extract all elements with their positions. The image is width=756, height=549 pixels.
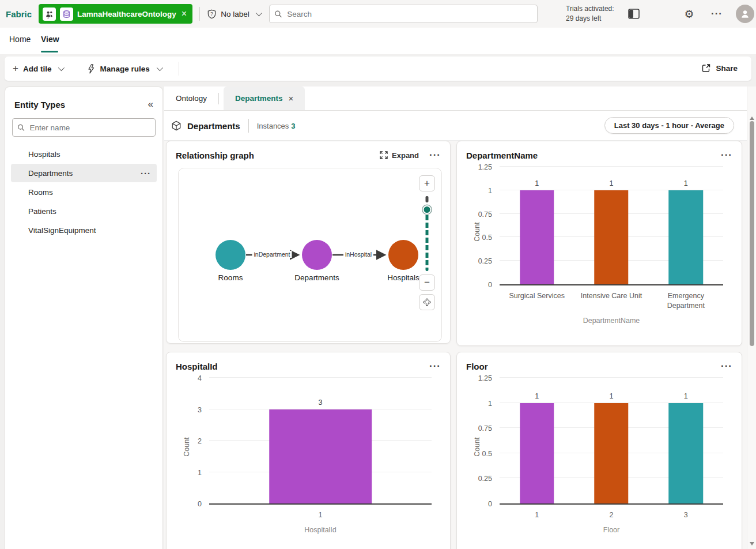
- entity-cube-icon: [171, 121, 182, 131]
- search-icon: [17, 123, 25, 132]
- share-icon: [701, 63, 711, 73]
- card-title: DepartmentName: [466, 151, 538, 160]
- y-tick-label: 1: [488, 187, 492, 195]
- scroll-up-arrow[interactable]: [750, 116, 754, 120]
- gear-icon: ⚙: [684, 7, 694, 21]
- fabric-logo[interactable]: Fabric: [6, 9, 32, 19]
- ribbon-tabs: Home View: [0, 28, 756, 54]
- side-pane-toggle-button[interactable]: [626, 6, 642, 22]
- entity-search-input[interactable]: [30, 123, 150, 132]
- graph-node-hospitals[interactable]: [388, 240, 418, 270]
- sensitivity-label-dropdown[interactable]: ? No label: [207, 9, 260, 19]
- bar-value-label: 1: [684, 392, 688, 400]
- sidebar-item-patients[interactable]: Patients: [11, 202, 157, 220]
- scroll-down-arrow[interactable]: [750, 542, 754, 546]
- bar-column: 1: [649, 378, 723, 503]
- more-options-button[interactable]: ···: [709, 6, 725, 22]
- settings-button[interactable]: ⚙: [681, 6, 697, 22]
- zoom-out-button[interactable]: −: [419, 274, 435, 291]
- y-tick-label: 0.75: [478, 210, 492, 219]
- fit-view-button[interactable]: [419, 294, 435, 310]
- lightning-icon: [87, 64, 95, 74]
- plot-area: 012343: [209, 378, 432, 505]
- bar[interactable]: 1: [669, 403, 703, 503]
- global-search-box[interactable]: [269, 5, 538, 23]
- bar-chart-hospitalid: Count0123431HospitalId: [176, 378, 441, 534]
- manage-rules-button[interactable]: Manage rules: [79, 57, 169, 81]
- share-button[interactable]: Share: [695, 61, 743, 75]
- bar[interactable]: 1: [669, 190, 703, 284]
- y-axis-label: Count: [183, 437, 191, 456]
- graph-node-departments[interactable]: [302, 240, 332, 270]
- ribbon-tab-view[interactable]: View: [41, 35, 59, 44]
- x-axis-label: HospitalId: [209, 526, 432, 534]
- y-tick-label: 0: [488, 500, 492, 508]
- global-search-input[interactable]: [287, 10, 532, 18]
- y-axis-label: Count: [473, 437, 481, 456]
- expand-button[interactable]: Expand: [380, 151, 419, 160]
- ribbon-tab-home[interactable]: Home: [9, 35, 31, 44]
- card-more-options-button[interactable]: ···: [721, 149, 732, 161]
- sidebar-item-vitalsignequipment[interactable]: VitalSignEquipment: [11, 221, 157, 239]
- bar[interactable]: 1: [594, 403, 628, 503]
- chevron-down-icon: [58, 65, 65, 71]
- entity-types-panel: Entity Types « Hospitals Departments ···…: [5, 87, 163, 549]
- entity-types-title: Entity Types: [14, 100, 65, 110]
- y-tick-label: 3: [198, 406, 202, 414]
- card-more-options-button[interactable]: ···: [721, 360, 732, 372]
- node-label: Rooms: [218, 273, 243, 282]
- entity-search-box[interactable]: [12, 118, 156, 137]
- y-tick-label: 0: [198, 500, 202, 508]
- teams-app-icon: 5: [43, 7, 56, 21]
- card-more-options-button[interactable]: ···: [429, 360, 441, 372]
- add-tile-button[interactable]: + Add tile: [5, 57, 71, 81]
- y-tick-label: 0: [488, 281, 492, 289]
- zoom-slider[interactable]: [419, 196, 435, 271]
- collapse-panel-icon[interactable]: «: [148, 99, 153, 110]
- x-tick-label: 2: [574, 510, 648, 520]
- node-label: Hospitals: [387, 273, 419, 282]
- tab-departments[interactable]: Departments ×: [224, 87, 305, 110]
- svg-text:5: 5: [47, 15, 49, 18]
- y-tick-label: 0.25: [478, 257, 492, 265]
- workspace-tab[interactable]: 5 LamnaHealthcareOntology ×: [39, 4, 192, 24]
- tab-close-icon[interactable]: ×: [289, 93, 294, 103]
- sidebar-item-departments[interactable]: Departments ···: [11, 164, 157, 182]
- graph-node-rooms[interactable]: [216, 240, 245, 270]
- bar[interactable]: 1: [594, 190, 628, 284]
- relationship-graph-canvas[interactable]: inDepartment inHospital Rooms Department…: [178, 168, 442, 342]
- sidebar-item-rooms[interactable]: Rooms: [11, 183, 157, 201]
- bar-value-label: 1: [610, 179, 614, 187]
- scrollbar-thumb[interactable]: [750, 121, 754, 346]
- instances-count: Instances3: [257, 122, 296, 130]
- bar-column: 1: [500, 378, 574, 503]
- bar-column: 1: [649, 167, 723, 284]
- account-avatar[interactable]: [736, 5, 754, 23]
- x-tick-label: Surgical Services: [500, 291, 574, 311]
- y-tick-label: 0.75: [478, 424, 492, 433]
- bar[interactable]: 1: [520, 403, 554, 503]
- card-more-options-button[interactable]: ···: [429, 149, 441, 161]
- bar-chart-floor: Count00.250.50.7511.25111123Floor: [466, 378, 732, 534]
- divider: [199, 7, 200, 21]
- workspace-tab-close-icon[interactable]: ×: [182, 9, 187, 18]
- bar-column: 1: [574, 167, 648, 284]
- top-bar: Fabric 5 LamnaHealthcareOntology × ? No …: [0, 0, 756, 28]
- chevron-down-icon: [255, 10, 262, 16]
- zoom-in-button[interactable]: +: [419, 175, 435, 191]
- sidebar-item-hospitals[interactable]: Hospitals: [11, 145, 157, 163]
- bar[interactable]: 3: [269, 409, 372, 504]
- time-filter-button[interactable]: Last 30 days - 1 hour - Average: [604, 117, 734, 134]
- slider-handle[interactable]: [423, 205, 432, 214]
- y-tick-label: 1: [198, 469, 202, 477]
- ellipsis-icon: ···: [711, 8, 723, 20]
- tab-ontology[interactable]: Ontology: [164, 87, 218, 110]
- floor-chart-card: Floor ··· Count00.250.50.7511.25111123Fl…: [456, 352, 742, 549]
- bar-value-label: 1: [610, 392, 614, 400]
- item-more-options-icon[interactable]: ···: [141, 168, 151, 178]
- y-tick-label: 0.5: [482, 234, 492, 242]
- vertical-scrollbar[interactable]: [747, 87, 756, 549]
- bar[interactable]: 1: [520, 190, 554, 284]
- chevron-down-icon: [156, 65, 162, 71]
- x-tick-label: 1: [500, 510, 574, 520]
